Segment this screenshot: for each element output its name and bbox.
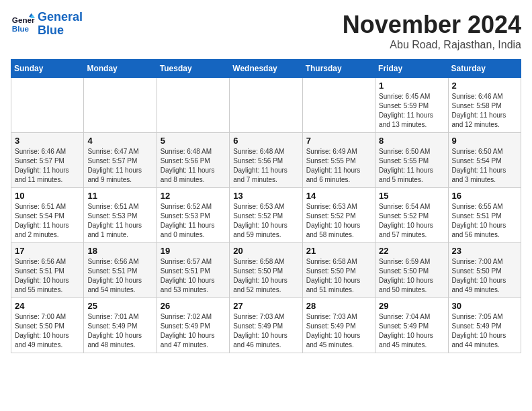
calendar-cell: 12Sunrise: 6:52 AM Sunset: 5:53 PM Dayli… [157,188,229,243]
calendar-cell [11,78,84,133]
calendar-cell [84,78,157,133]
day-info: Sunrise: 6:52 AM Sunset: 5:53 PM Dayligh… [161,202,226,240]
header-tuesday: Tuesday [157,60,229,78]
day-number: 23 [452,246,517,256]
calendar-cell [230,78,302,133]
day-number: 6 [233,136,298,146]
calendar-cell [302,78,375,133]
calendar-cell: 26Sunrise: 7:02 AM Sunset: 5:49 PM Dayli… [157,298,229,353]
day-info: Sunrise: 6:53 AM Sunset: 5:52 PM Dayligh… [306,202,371,240]
day-number: 25 [87,301,152,311]
calendar-cell: 15Sunrise: 6:54 AM Sunset: 5:52 PM Dayli… [375,188,448,243]
calendar-week-5: 24Sunrise: 7:00 AM Sunset: 5:50 PM Dayli… [11,298,521,353]
day-number: 20 [233,246,298,256]
day-number: 14 [306,191,371,201]
day-info: Sunrise: 7:01 AM Sunset: 5:49 PM Dayligh… [87,312,152,350]
calendar-cell: 8Sunrise: 6:50 AM Sunset: 5:55 PM Daylig… [375,133,448,188]
day-info: Sunrise: 6:57 AM Sunset: 5:51 PM Dayligh… [161,257,226,295]
header-monday: Monday [84,60,157,78]
location-title: Abu Road, Rajasthan, India [343,39,521,51]
header-sunday: Sunday [11,60,84,78]
calendar-cell: 13Sunrise: 6:53 AM Sunset: 5:52 PM Dayli… [230,188,302,243]
calendar-table: Sunday Monday Tuesday Wednesday Thursday… [11,59,521,353]
day-number: 17 [15,246,80,256]
day-number: 26 [161,301,226,311]
day-number: 1 [379,81,444,91]
day-number: 27 [233,301,298,311]
day-number: 28 [306,301,371,311]
day-info: Sunrise: 6:56 AM Sunset: 5:51 PM Dayligh… [87,257,152,295]
day-number: 9 [452,136,517,146]
header-friday: Friday [375,60,448,78]
day-info: Sunrise: 7:00 AM Sunset: 5:50 PM Dayligh… [15,312,80,350]
calendar-week-4: 17Sunrise: 6:56 AM Sunset: 5:51 PM Dayli… [11,243,521,298]
header-wednesday: Wednesday [230,60,302,78]
calendar-week-2: 3Sunrise: 6:46 AM Sunset: 5:57 PM Daylig… [11,133,521,188]
calendar-cell: 21Sunrise: 6:58 AM Sunset: 5:50 PM Dayli… [302,243,375,298]
calendar-cell [157,78,229,133]
day-info: Sunrise: 6:56 AM Sunset: 5:51 PM Dayligh… [15,257,80,295]
day-info: Sunrise: 6:59 AM Sunset: 5:50 PM Dayligh… [379,257,444,295]
day-number: 16 [452,191,517,201]
day-number: 5 [161,136,226,146]
day-info: Sunrise: 6:55 AM Sunset: 5:51 PM Dayligh… [452,202,517,240]
calendar-cell: 5Sunrise: 6:48 AM Sunset: 5:56 PM Daylig… [157,133,229,188]
svg-text:Blue: Blue [12,24,30,33]
calendar-cell: 28Sunrise: 7:03 AM Sunset: 5:49 PM Dayli… [302,298,375,353]
day-info: Sunrise: 6:50 AM Sunset: 5:54 PM Dayligh… [452,147,517,185]
calendar-cell: 1Sunrise: 6:45 AM Sunset: 5:59 PM Daylig… [375,78,448,133]
calendar-cell: 22Sunrise: 6:59 AM Sunset: 5:50 PM Dayli… [375,243,448,298]
day-info: Sunrise: 6:51 AM Sunset: 5:53 PM Dayligh… [87,202,152,240]
day-number: 8 [379,136,444,146]
month-title: November 2024 [343,11,521,39]
calendar-cell: 6Sunrise: 6:48 AM Sunset: 5:56 PM Daylig… [230,133,302,188]
day-info: Sunrise: 6:50 AM Sunset: 5:55 PM Dayligh… [379,147,444,185]
day-info: Sunrise: 6:48 AM Sunset: 5:56 PM Dayligh… [161,147,226,185]
day-info: Sunrise: 6:48 AM Sunset: 5:56 PM Dayligh… [233,147,298,185]
day-number: 12 [161,191,226,201]
day-info: Sunrise: 7:03 AM Sunset: 5:49 PM Dayligh… [233,312,298,350]
calendar-cell: 18Sunrise: 6:56 AM Sunset: 5:51 PM Dayli… [84,243,157,298]
logo: General Blue General Blue [11,11,83,38]
header-thursday: Thursday [302,60,375,78]
day-info: Sunrise: 7:00 AM Sunset: 5:50 PM Dayligh… [452,257,517,295]
day-info: Sunrise: 6:47 AM Sunset: 5:57 PM Dayligh… [87,147,152,185]
day-info: Sunrise: 6:45 AM Sunset: 5:59 PM Dayligh… [379,92,444,130]
day-info: Sunrise: 6:49 AM Sunset: 5:55 PM Dayligh… [306,147,371,185]
day-info: Sunrise: 6:58 AM Sunset: 5:50 PM Dayligh… [233,257,298,295]
day-number: 2 [452,81,517,91]
day-info: Sunrise: 6:54 AM Sunset: 5:52 PM Dayligh… [379,202,444,240]
calendar-cell: 2Sunrise: 6:46 AM Sunset: 5:58 PM Daylig… [448,78,521,133]
day-info: Sunrise: 7:03 AM Sunset: 5:49 PM Dayligh… [306,312,371,350]
calendar-cell: 11Sunrise: 6:51 AM Sunset: 5:53 PM Dayli… [84,188,157,243]
day-number: 7 [306,136,371,146]
day-number: 22 [379,246,444,256]
calendar-cell: 23Sunrise: 7:00 AM Sunset: 5:50 PM Dayli… [448,243,521,298]
calendar-week-3: 10Sunrise: 6:51 AM Sunset: 5:54 PM Dayli… [11,188,521,243]
calendar-cell: 9Sunrise: 6:50 AM Sunset: 5:54 PM Daylig… [448,133,521,188]
logo-icon: General Blue [11,12,35,36]
day-info: Sunrise: 6:58 AM Sunset: 5:50 PM Dayligh… [306,257,371,295]
day-info: Sunrise: 7:05 AM Sunset: 5:49 PM Dayligh… [452,312,517,350]
calendar-week-1: 1Sunrise: 6:45 AM Sunset: 5:59 PM Daylig… [11,78,521,133]
calendar-cell: 7Sunrise: 6:49 AM Sunset: 5:55 PM Daylig… [302,133,375,188]
calendar-cell: 25Sunrise: 7:01 AM Sunset: 5:49 PM Dayli… [84,298,157,353]
day-number: 11 [87,191,152,201]
day-info: Sunrise: 6:46 AM Sunset: 5:57 PM Dayligh… [15,147,80,185]
day-number: 3 [15,136,80,146]
calendar-cell: 3Sunrise: 6:46 AM Sunset: 5:57 PM Daylig… [11,133,84,188]
day-number: 13 [233,191,298,201]
header: General Blue General Blue November 2024 … [11,11,521,51]
calendar-cell: 24Sunrise: 7:00 AM Sunset: 5:50 PM Dayli… [11,298,84,353]
calendar-cell: 17Sunrise: 6:56 AM Sunset: 5:51 PM Dayli… [11,243,84,298]
calendar-cell: 20Sunrise: 6:58 AM Sunset: 5:50 PM Dayli… [230,243,302,298]
day-info: Sunrise: 6:46 AM Sunset: 5:58 PM Dayligh… [452,92,517,130]
day-number: 24 [15,301,80,311]
calendar-cell: 27Sunrise: 7:03 AM Sunset: 5:49 PM Dayli… [230,298,302,353]
day-number: 18 [87,246,152,256]
day-info: Sunrise: 6:51 AM Sunset: 5:54 PM Dayligh… [15,202,80,240]
day-number: 30 [452,301,517,311]
day-number: 19 [161,246,226,256]
day-info: Sunrise: 7:02 AM Sunset: 5:49 PM Dayligh… [161,312,226,350]
title-section: November 2024 Abu Road, Rajasthan, India [343,11,521,51]
